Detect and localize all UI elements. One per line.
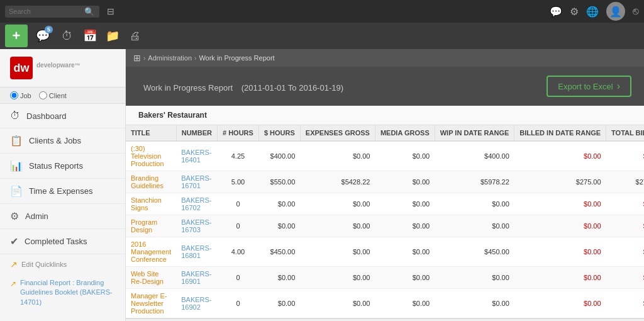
avatar[interactable]: 👤 <box>606 2 625 21</box>
subtotal-hours: 13.25 <box>218 318 259 321</box>
cell-number[interactable]: BAKERS-16801 <box>176 237 217 267</box>
time-icon: 📄 <box>10 185 23 197</box>
clock-icon[interactable]: ⏱ <box>58 25 77 47</box>
bakers-section-label: Bakers' Restaurant <box>126 106 644 125</box>
cell-title[interactable]: 2016 Management Conference <box>126 237 176 267</box>
cell-number[interactable]: BAKERS-16701 <box>176 171 217 193</box>
gear-icon[interactable]: ⚙ <box>570 6 579 18</box>
sidebar-item-dashboard[interactable]: ⏱ Dashboard <box>0 104 125 128</box>
sidebar-item-time[interactable]: 📄 Time & Expenses <box>0 179 125 204</box>
sidebar-item-status[interactable]: 📊 Status Reports <box>0 154 125 179</box>
admin-icon: ⚙ <box>10 210 19 222</box>
table-header-row: TITLE NUMBER # HOURS $ HOURS EXPENSES GR… <box>126 125 644 141</box>
subtotal-total: $275.00 <box>606 318 644 321</box>
cell-title[interactable]: Manager E-Newsletter Production <box>126 289 176 319</box>
cell-dollar-hours: $0.00 <box>258 267 300 289</box>
export-chevron-icon: › <box>617 81 620 92</box>
col-expenses: EXPENSES GROSS <box>300 125 375 141</box>
cell-wip: $0.00 <box>435 215 514 237</box>
quicklinks-header[interactable]: ↗ Edit Quicklinks <box>0 254 125 274</box>
cell-number[interactable]: BAKERS-16401 <box>176 141 217 171</box>
cell-total: $275.00 <box>606 171 644 193</box>
logo-text: developware™ <box>36 62 80 74</box>
tasks-icon: ✔ <box>10 235 18 247</box>
notifications-button[interactable]: 💬 5 <box>31 25 54 47</box>
filter-icon[interactable]: ⊟ <box>107 6 114 16</box>
cell-hours: 0 <box>218 289 259 319</box>
cell-title[interactable]: Web Site Re-Design <box>126 267 176 289</box>
cell-total: $0.00 <box>606 237 644 267</box>
cell-wip: $0.00 <box>435 267 514 289</box>
table-row: (:30) Television Production BAKERS-16401… <box>126 141 644 171</box>
logout-icon[interactable]: ⎋ <box>633 6 639 17</box>
cell-billed: $0.00 <box>514 237 606 267</box>
globe-icon[interactable]: 🌐 <box>586 6 599 18</box>
col-number: NUMBER <box>176 125 217 141</box>
col-billed: BILLED IN DATE RANGE <box>514 125 606 141</box>
col-wip: WIP IN DATE RANGE <box>435 125 514 141</box>
breadcrumb-admin[interactable]: Administration <box>148 54 192 62</box>
content-area: ⊞ › Administration › Work in Progress Re… <box>126 49 644 321</box>
cell-expenses: $5428.22 <box>300 171 375 193</box>
cell-expenses: $0.00 <box>300 215 375 237</box>
cell-wip: $5978.22 <box>435 171 514 193</box>
main-layout: dw developware™ Job Client ⏱ Dashboard 📋… <box>0 49 644 321</box>
export-button[interactable]: Export to Excel › <box>547 76 631 97</box>
logo-icon: dw <box>10 57 33 79</box>
cell-dollar-hours: $400.00 <box>258 141 300 171</box>
breadcrumb: ⊞ › Administration › Work in Progress Re… <box>126 49 644 67</box>
cell-media: $0.00 <box>375 267 435 289</box>
cell-wip: $450.00 <box>435 237 514 267</box>
files-icon[interactable]: 📁 <box>103 25 122 47</box>
top-bar-right: 💬 ⚙ 🌐 👤 ⎋ <box>550 2 639 21</box>
cell-wip: $400.00 <box>435 141 514 171</box>
cell-hours: 0 <box>218 193 259 215</box>
calendar-icon[interactable]: 📅 <box>80 25 99 47</box>
cell-total: $0.00 <box>606 267 644 289</box>
cell-number[interactable]: BAKERS-16703 <box>176 215 217 237</box>
sidebar-item-clients[interactable]: 📋 Clients & Jobs <box>0 128 125 154</box>
subtotal-label: Sub-Totals for Bakers' Restaurant: <box>126 318 218 321</box>
search-icon[interactable]: 🔍 <box>84 7 94 16</box>
print-icon[interactable]: 🖨 <box>126 25 145 47</box>
notification-badge: 5 <box>45 26 53 33</box>
quicklinks-arrow-icon: ↗ <box>10 259 18 269</box>
action-bar: + 💬 5 ⏱ 📅 📁 🖨 <box>0 23 644 49</box>
quicklink-item[interactable]: ↗ Financial Report : Branding Guidelines… <box>0 274 125 311</box>
cell-dollar-hours: $450.00 <box>258 237 300 267</box>
cell-expenses: $0.00 <box>300 237 375 267</box>
radio-group: Job Client <box>0 87 125 104</box>
cell-billed: $0.00 <box>514 193 606 215</box>
cell-total: $0.00 <box>606 193 644 215</box>
sidebar-item-admin[interactable]: ⚙ Admin <box>0 204 125 229</box>
sidebar-item-tasks[interactable]: ✔ Completed Tasks <box>0 229 125 254</box>
sidebar-item-label: Status Reports <box>29 161 83 171</box>
cell-billed: $0.00 <box>514 215 606 237</box>
sidebar-logo: dw developware™ <box>0 49 125 87</box>
top-bar: 🔍 ⊟ 💬 ⚙ 🌐 👤 ⎋ <box>0 0 644 23</box>
report-title-group: Work in Progress Report (2011-01-01 To 2… <box>138 79 343 94</box>
chat-icon[interactable]: 💬 <box>550 6 562 18</box>
cell-billed: $0.00 <box>514 141 606 171</box>
cell-title[interactable]: Branding Guidelines <box>126 171 176 193</box>
cell-expenses: $0.00 <box>300 267 375 289</box>
cell-title[interactable]: (:30) Television Production <box>126 141 176 171</box>
cell-number[interactable]: BAKERS-16702 <box>176 193 217 215</box>
search-input[interactable] <box>9 8 84 15</box>
subtotal-row: Sub-Totals for Bakers' Restaurant: 13.25… <box>126 318 644 321</box>
cell-total: $0.00 <box>606 289 644 319</box>
col-hours: # HOURS <box>218 125 259 141</box>
cell-number[interactable]: BAKERS-16901 <box>176 267 217 289</box>
search-box[interactable]: 🔍 <box>5 6 99 18</box>
cell-title[interactable]: Program Design <box>126 215 176 237</box>
table-row: Stanchion Signs BAKERS-16702 0 $0.00 $0.… <box>126 193 644 215</box>
radio-job[interactable]: Job <box>10 91 31 99</box>
cell-media: $0.00 <box>375 193 435 215</box>
sidebar-item-label: Admin <box>25 211 48 221</box>
status-icon: 📊 <box>10 160 23 172</box>
cell-number[interactable]: BAKERS-16902 <box>176 289 217 319</box>
cell-title[interactable]: Stanchion Signs <box>126 193 176 215</box>
add-button[interactable]: + <box>5 25 28 47</box>
radio-client[interactable]: Client <box>39 91 67 99</box>
cell-dollar-hours: $0.00 <box>258 193 300 215</box>
